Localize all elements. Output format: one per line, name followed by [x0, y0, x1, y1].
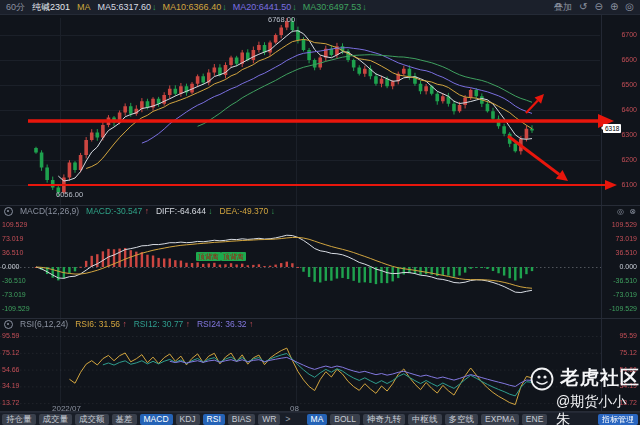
macd-axis-tick-left: 0.000 [2, 263, 20, 271]
trend-arrow-icon: ↓ [292, 2, 297, 12]
current-price-tag: 6318 [603, 124, 621, 133]
tab-神奇九转[interactable]: 神奇九转 [363, 414, 405, 425]
macd-axis-tick-left: -109.529 [2, 305, 30, 313]
main-price-tick: 6600 [621, 56, 637, 64]
ma-legend: MA5:6317.60↓MA10:6366.40↓MA20:6441.50↓MA… [98, 2, 373, 12]
macd-value-item: DEA:-49.370 ↓ [220, 206, 275, 216]
ma-legend-item: MA10:6366.40↓ [163, 2, 227, 12]
macd-values: MACD:-30.547 ↑DIFF:-64.644 ↓DEA:-49.370 … [86, 206, 282, 216]
low-point-label: 6056.00 [56, 191, 83, 199]
ma-legend-value: MA20:6441.50 [233, 2, 292, 12]
watermark-community-name: 老虎社区 [560, 365, 640, 391]
macd-settings-gear-icon[interactable] [4, 207, 13, 216]
trend-arrow-icon: ↑ [120, 319, 127, 329]
tab-BIAS[interactable]: BIAS [228, 414, 255, 425]
macd-axis-tick-left: -73.019 [2, 291, 26, 299]
tab-EXPMA[interactable]: EXPMA [481, 414, 519, 425]
tab-KDJ[interactable]: KDJ [176, 414, 200, 425]
high-point-label: 6768.00 [268, 16, 295, 24]
rsi-axis-tick-right: 95.59 [619, 332, 637, 340]
rsi-value: RSI12: 30.77 [134, 319, 184, 329]
ma-legend-value: MA5:6317.60 [98, 2, 152, 12]
tab-WR[interactable]: WR [258, 414, 280, 425]
chart-header-bar: 60分 纯碱2301 MA MA5:6317.60↓MA10:6366.40↓M… [0, 0, 640, 15]
main-price-tick: 6200 [621, 156, 637, 164]
macd-axis-tick-right: 0.000 [619, 263, 637, 271]
trend-arrow-icon: ↓ [152, 2, 157, 12]
overlay-indicator-tabs: MABOLL神奇九转中枢线多空线EXPMAENE [307, 414, 548, 425]
more-tabs-arrow[interactable]: > [285, 414, 290, 424]
trend-arrow-icon: ↑ [183, 319, 190, 329]
rsi-axis-tick-left: 95.59 [2, 332, 20, 340]
rsi-axis-tick-right: 75.12 [619, 349, 637, 357]
ma-legend-item: MA30:6497.53↓ [303, 2, 367, 12]
indicator-tab-bar: 持仓量成交量成交额基差MACDKDJRSIBIASWR > MABOLL神奇九转… [0, 412, 640, 425]
rsi-panel-header: RSI(6,12,24) RSI6: 31.56 ↑RSI12: 30.77 ↑… [4, 319, 260, 329]
rsi-value-item: RSI12: 30.77 ↑ [134, 319, 190, 329]
undo-icon[interactable]: ↺ [579, 2, 587, 12]
rsi-axis-tick-left: 75.12 [2, 349, 20, 357]
macd-value-item: MACD:-30.547 ↑ [86, 206, 149, 216]
macd-maximize-icon[interactable]: ◎ [617, 207, 624, 216]
zoom-out-icon[interactable]: ⊖ [594, 2, 602, 12]
macd-axis-tick-right: 73.019 [616, 235, 637, 243]
trend-arrow-icon: ↓ [268, 206, 275, 216]
divergence-label: 顶背离 [196, 252, 221, 261]
settings-icon[interactable]: ◎ [625, 2, 634, 12]
rsi-axis-tick-left: 34.19 [2, 382, 20, 390]
trend-arrow-icon: ↓ [362, 2, 367, 12]
rsi-value-item: RSI6: 31.56 ↑ [75, 319, 127, 329]
trading-chart-window: 60分 纯碱2301 MA MA5:6317.60↓MA10:6366.40↓M… [0, 0, 640, 425]
tab-成交额[interactable]: 成交额 [75, 414, 109, 425]
macd-axis-tick-left: 36.510 [2, 249, 23, 257]
macd-axis-tick-right: -73.019 [613, 291, 637, 299]
rsi-value: RSI24: 36.32 [197, 319, 247, 329]
rsi-settings-gear-icon[interactable] [4, 320, 13, 329]
overlay-button[interactable]: 叠加 [554, 1, 572, 14]
trend-arrow-icon: ↑ [142, 206, 149, 216]
macd-axis-tick-left: 73.019 [2, 235, 23, 243]
rsi-axis-tick-left: 54.66 [2, 366, 20, 374]
sub-indicator-tabs: 持仓量成交量成交额基差MACDKDJRSIBIASWR [2, 414, 280, 425]
tab-BOLL[interactable]: BOLL [330, 414, 360, 425]
divergence-label: 顶背离 [221, 252, 246, 261]
tab-MA[interactable]: MA [307, 414, 328, 425]
macd-title[interactable]: MACD(12,26,9) [20, 206, 79, 216]
main-price-tick: 6700 [621, 31, 637, 39]
macd-axis-tick-left: -36.510 [2, 277, 26, 285]
rsi-value: RSI6: 31.56 [75, 319, 120, 329]
macd-axis-tick-right: 36.510 [616, 249, 637, 257]
ma-legend-item: MA5:6317.60↓ [98, 2, 157, 12]
macd-value-item: DIFF:-64.644 ↓ [156, 206, 213, 216]
macd-close-icon[interactable]: ⊗ [629, 207, 636, 216]
rsi-title[interactable]: RSI(6,12,24) [20, 319, 68, 329]
ma-legend-item: MA20:6441.50↓ [233, 2, 297, 12]
tab-RSI[interactable]: RSI [203, 414, 225, 425]
tab-中枢线[interactable]: 中枢线 [408, 414, 442, 425]
ma-legend-value: MA10:6366.40 [163, 2, 222, 12]
macd-axis-tick-right: 109.529 [612, 221, 637, 229]
macd-axis-tick-left: 109.529 [2, 221, 27, 229]
macd-value: DEA:-49.370 [220, 206, 269, 216]
macd-axis-tick-right: -36.510 [613, 277, 637, 285]
rsi-value-item: RSI24: 36.32 ↑ [197, 319, 253, 329]
indicator-manage-button[interactable]: 指标管理 [598, 414, 638, 425]
symbol-label[interactable]: 纯碱2301 [32, 1, 70, 14]
main-price-tick: 6300 [621, 131, 637, 139]
main-price-tick: 6500 [621, 81, 637, 89]
ma-legend-value: MA30:6497.53 [303, 2, 362, 12]
tab-ENE[interactable]: ENE [522, 414, 547, 425]
macd-value: MACD:-30.547 [86, 206, 142, 216]
zoom-in-icon[interactable]: ⊕ [610, 2, 618, 12]
main-price-tick: 6100 [621, 181, 637, 189]
ma-indicator-label[interactable]: MA [77, 2, 91, 12]
rsi-values: RSI6: 31.56 ↑RSI12: 30.77 ↑RSI24: 36.32 … [75, 319, 260, 329]
trend-arrow-icon: ↓ [222, 2, 227, 12]
tab-持仓量[interactable]: 持仓量 [2, 414, 36, 425]
period-label[interactable]: 60分 [6, 1, 25, 14]
tab-基差[interactable]: 基差 [112, 414, 137, 425]
trend-arrow-icon: ↓ [206, 206, 213, 216]
tab-多空线[interactable]: 多空线 [445, 414, 479, 425]
tab-MACD[interactable]: MACD [140, 414, 173, 425]
tab-成交量[interactable]: 成交量 [39, 414, 73, 425]
